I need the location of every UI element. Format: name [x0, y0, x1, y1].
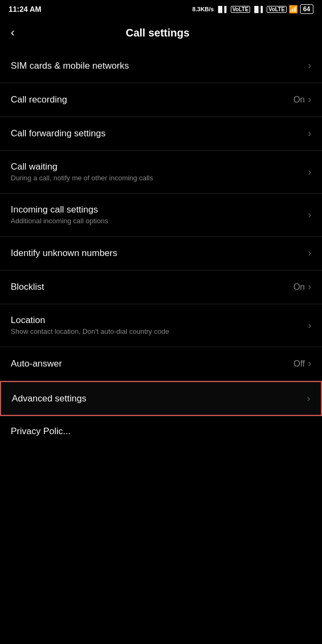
- settings-item-content-location: LocationShow contact location, Don't aut…: [11, 315, 308, 335]
- settings-item-title-call-waiting: Call waiting: [11, 162, 308, 172]
- settings-item-value-auto-answer: Off: [294, 359, 305, 369]
- chevron-icon-blocklist: ›: [308, 281, 311, 292]
- settings-item-call-waiting[interactable]: Call waitingDuring a call, notify me of …: [0, 151, 322, 193]
- settings-item-location[interactable]: LocationShow contact location, Don't aut…: [0, 304, 322, 347]
- settings-item-right-location: ›: [308, 320, 311, 331]
- settings-item-title-call-recording: Call recording: [11, 94, 294, 105]
- settings-item-title-location: Location: [11, 315, 308, 326]
- chevron-icon-auto-answer: ›: [308, 358, 311, 369]
- settings-item-call-forwarding[interactable]: Call forwarding settings›: [0, 117, 322, 150]
- settings-item-title-call-forwarding: Call forwarding settings: [11, 128, 308, 139]
- settings-item-content-call-recording: Call recording: [11, 94, 294, 105]
- chevron-icon-incoming-call: ›: [308, 209, 311, 221]
- settings-item-title-identify-unknown: Identify unknown numbers: [11, 248, 308, 259]
- settings-item-subtitle-call-waiting: During a call, notify me of other incomi…: [11, 174, 308, 182]
- back-button[interactable]: ‹: [9, 24, 21, 42]
- settings-item-content-identify-unknown: Identify unknown numbers: [11, 248, 308, 259]
- status-bar: 11:24 AM 8.3KB/s ▐▌▌ VoLTE ▐▌▌ VoLTE 📶 6…: [0, 0, 322, 16]
- status-time: 11:24 AM: [9, 5, 41, 13]
- settings-item-right-blocklist: On›: [294, 281, 311, 292]
- settings-item-blocklist[interactable]: BlocklistOn›: [0, 270, 322, 304]
- settings-item-right-call-recording: On›: [294, 94, 311, 105]
- page-title: Call settings: [21, 27, 294, 39]
- settings-item-value-call-recording: On: [294, 95, 305, 105]
- header: ‹ Call settings: [0, 16, 322, 49]
- settings-item-identify-unknown[interactable]: Identify unknown numbers›: [0, 237, 322, 270]
- settings-item-title-blocklist: Blocklist: [11, 282, 294, 292]
- settings-item-auto-answer[interactable]: Auto-answerOff›: [0, 347, 322, 380]
- chevron-icon-call-forwarding: ›: [308, 128, 311, 139]
- chevron-icon-identify-unknown: ›: [308, 247, 311, 259]
- chevron-icon-location: ›: [308, 320, 311, 331]
- chevron-icon-call-recording: ›: [308, 94, 311, 105]
- settings-item-value-blocklist: On: [294, 282, 305, 292]
- volte-icon-1: VoLTE: [231, 6, 250, 13]
- settings-item-sim-cards[interactable]: SIM cards & mobile networks›: [0, 49, 322, 83]
- settings-list: SIM cards & mobile networks›Call recordi…: [0, 49, 322, 416]
- chevron-icon-call-waiting: ›: [308, 166, 311, 178]
- settings-item-incoming-call[interactable]: Incoming call settingsAdditional incomin…: [0, 194, 322, 236]
- settings-item-title-advanced-settings: Advanced settings: [12, 393, 307, 404]
- bottom-hint: Privacy Polic...: [0, 416, 322, 442]
- battery-indicator: 64: [300, 4, 313, 14]
- settings-item-title-sim-cards: SIM cards & mobile networks: [11, 61, 308, 71]
- settings-item-right-sim-cards: ›: [308, 60, 311, 71]
- volte-icon-2: VoLTE: [267, 6, 286, 13]
- settings-item-content-incoming-call: Incoming call settingsAdditional incomin…: [11, 204, 308, 225]
- wifi-icon: 📶: [289, 5, 298, 13]
- settings-item-content-advanced-settings: Advanced settings: [12, 393, 307, 404]
- settings-item-subtitle-location: Show contact location, Don't auto-dial c…: [11, 327, 308, 335]
- status-right: 8.3KB/s ▐▌▌ VoLTE ▐▌▌ VoLTE 📶 64: [192, 4, 313, 14]
- settings-item-content-sim-cards: SIM cards & mobile networks: [11, 61, 308, 71]
- chevron-icon-advanced-settings: ›: [307, 393, 310, 404]
- chevron-icon-sim-cards: ›: [308, 60, 311, 71]
- settings-item-content-call-forwarding: Call forwarding settings: [11, 128, 308, 139]
- settings-item-content-call-waiting: Call waitingDuring a call, notify me of …: [11, 162, 308, 182]
- privacy-policy-link[interactable]: Privacy Polic...: [11, 426, 70, 436]
- settings-item-content-blocklist: Blocklist: [11, 282, 294, 292]
- settings-item-title-auto-answer: Auto-answer: [11, 358, 294, 369]
- signal-icon-2: ▐▌▌: [252, 6, 265, 12]
- settings-item-right-call-forwarding: ›: [308, 128, 311, 139]
- settings-item-call-recording[interactable]: Call recordingOn›: [0, 83, 322, 116]
- settings-item-title-incoming-call: Incoming call settings: [11, 204, 308, 215]
- signal-icon-1: ▐▌▌: [216, 6, 228, 12]
- settings-item-advanced-settings[interactable]: Advanced settings›: [0, 381, 322, 416]
- settings-item-content-auto-answer: Auto-answer: [11, 358, 294, 369]
- network-speed: 8.3KB/s: [192, 6, 214, 12]
- settings-item-right-advanced-settings: ›: [307, 393, 310, 404]
- settings-item-right-call-waiting: ›: [308, 166, 311, 178]
- settings-item-subtitle-incoming-call: Additional incoming call options: [11, 217, 308, 225]
- settings-item-right-identify-unknown: ›: [308, 247, 311, 259]
- settings-item-right-auto-answer: Off›: [294, 358, 311, 369]
- settings-item-right-incoming-call: ›: [308, 209, 311, 221]
